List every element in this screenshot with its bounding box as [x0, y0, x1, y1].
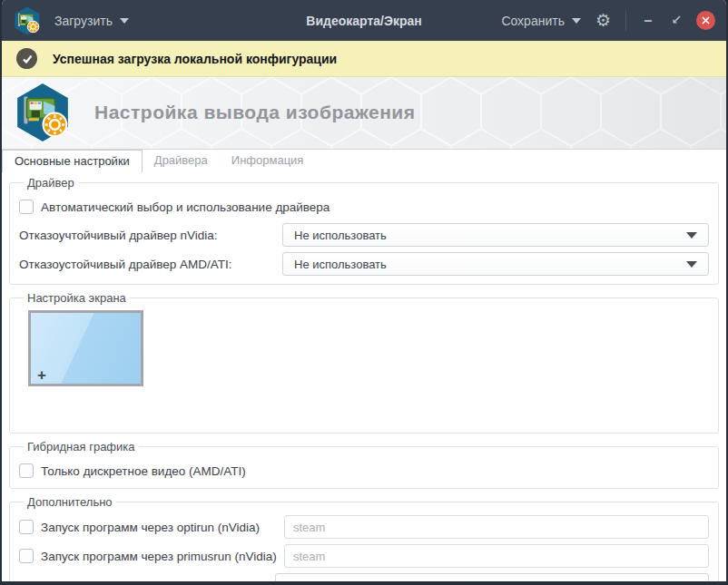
nvidia-failsafe-dropdown[interactable]: Не использовать: [282, 223, 709, 247]
driver-group: Драйвер Автоматический выбор и использов…: [9, 176, 719, 285]
primusrun-label: Запуск программ через primusrun (nVidia): [41, 550, 277, 563]
titlebar-separator: [625, 11, 626, 31]
hybrid-group-title: Гибридная графика: [24, 440, 139, 453]
tab-main-settings[interactable]: Основные настройки: [2, 150, 143, 172]
settings-gear-icon[interactable]: ⚙: [595, 12, 611, 29]
chevron-down-icon: [686, 232, 697, 239]
optirun-label: Запуск программ через optirun (nVidia): [41, 521, 260, 534]
amd-failsafe-dropdown[interactable]: Не использовать: [282, 252, 709, 276]
main-content: Драйвер Автоматический выбор и использов…: [2, 172, 726, 581]
notification-message: Успешная загрузка локальной конфигурации: [53, 52, 337, 66]
additional-group-title: Дополнительно: [24, 495, 116, 509]
app-logo-icon: [13, 6, 42, 35]
close-button[interactable]: [696, 11, 715, 30]
app-window: Загрузить Видеокарта/Экран Сохранить ⚙ –: [0, 0, 728, 585]
screen-group-title: Настройка экрана: [24, 291, 130, 305]
chevron-down-icon: [686, 261, 697, 268]
nvidia-failsafe-label: Отказоучтойчивый драйвер nVidia:: [19, 229, 218, 242]
load-button[interactable]: Загрузить: [54, 14, 129, 28]
page-header: Настройка вывода изображения: [2, 77, 726, 150]
tab-bar: Основные настройки Драйвера Информация: [2, 150, 726, 172]
tearfree-dropdown[interactable]: [275, 573, 709, 581]
optirun-command-input[interactable]: [284, 515, 709, 539]
chevron-down-icon: [572, 18, 581, 24]
amd-failsafe-value: Не использовать: [294, 258, 387, 271]
primusrun-checkbox[interactable]: [19, 549, 34, 563]
minimize-button[interactable]: –: [641, 13, 655, 29]
tab-drivers[interactable]: Драйвера: [143, 150, 220, 172]
chevron-down-icon: [120, 18, 129, 24]
save-button-label: Сохранить: [501, 14, 565, 28]
auto-driver-checkbox[interactable]: [19, 200, 34, 214]
add-screen-button[interactable]: +: [37, 367, 46, 383]
discrete-only-label: Только дискретное видео (AMD/ATI): [41, 464, 246, 478]
restore-window-button[interactable]: [670, 15, 682, 26]
nvidia-failsafe-value: Не использовать: [294, 229, 387, 242]
tearfree-label: Исправить разрыв кадров (nVidia): [19, 579, 212, 582]
screen-preview-tile[interactable]: +: [28, 310, 143, 386]
notification-bar: Успешная загрузка локальной конфигурации: [2, 41, 726, 77]
page-title: Настройка вывода изображения: [94, 102, 416, 123]
close-icon: [701, 15, 711, 25]
amd-failsafe-label: Отказоустойчивый драйвер AMD/ATI:: [19, 258, 232, 271]
videocard-hexagon-icon: [13, 83, 73, 142]
load-button-label: Загрузить: [54, 14, 113, 28]
tab-information[interactable]: Информация: [220, 150, 316, 172]
success-check-icon: [16, 48, 37, 69]
hybrid-graphics-group: Гибридная графика Только дискретное виде…: [9, 440, 719, 489]
screen-group: Настройка экрана +: [9, 291, 719, 434]
discrete-only-checkbox[interactable]: [19, 463, 34, 478]
titlebar: Загрузить Видеокарта/Экран Сохранить ⚙ –: [2, 0, 726, 41]
driver-group-title: Драйвер: [24, 176, 78, 190]
save-button[interactable]: Сохранить: [501, 14, 581, 28]
auto-driver-label: Автоматический выбор и использование дра…: [41, 200, 330, 214]
primusrun-command-input[interactable]: [284, 544, 709, 568]
additional-group: Дополнительно Запуск программ через opti…: [9, 495, 719, 581]
optirun-checkbox[interactable]: [19, 520, 34, 534]
